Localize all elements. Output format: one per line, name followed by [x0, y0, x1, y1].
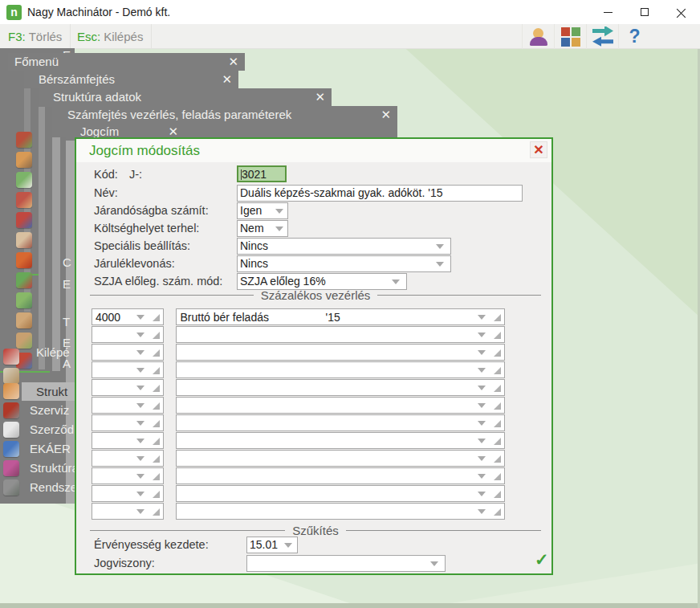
jarulek-select[interactable]: Nincs [237, 255, 451, 272]
percent-name-combo[interactable] [176, 432, 505, 449]
app-icon[interactable] [16, 152, 32, 168]
dropdown-icon[interactable] [284, 543, 292, 548]
percent-name-combo[interactable] [176, 485, 505, 502]
corner-handle-icon[interactable] [153, 508, 160, 516]
app-icon[interactable] [16, 312, 32, 328]
dropdown-icon[interactable] [478, 421, 486, 426]
percent-code-combo[interactable] [92, 503, 164, 520]
menu-item-kilepes[interactable]: Kilépé [36, 345, 75, 359]
percent-code-combo[interactable] [92, 344, 164, 361]
menu-item[interactable]: EKÁER [0, 440, 75, 459]
dropdown-icon[interactable] [392, 280, 400, 284]
ervenyesseg-select[interactable]: 15.01 [246, 537, 298, 553]
percent-name-combo[interactable] [176, 503, 505, 520]
app-icon[interactable] [16, 212, 32, 228]
corner-handle-icon[interactable] [153, 314, 160, 321]
corner-handle-icon[interactable] [153, 473, 160, 480]
percent-code-combo[interactable]: 4000 [92, 308, 164, 325]
corner-handle-icon[interactable] [153, 491, 160, 498]
exit-icon[interactable] [3, 349, 19, 365]
corner-handle-icon[interactable] [153, 367, 160, 374]
percent-name-combo[interactable] [176, 344, 505, 361]
dropdown-icon[interactable] [478, 509, 486, 514]
corner-handle-icon[interactable] [153, 402, 160, 410]
corner-handle-icon[interactable] [494, 420, 501, 427]
percent-name-combo[interactable] [176, 361, 505, 378]
corner-handle-icon[interactable] [494, 508, 501, 516]
dropdown-icon[interactable] [136, 474, 144, 479]
menu-item[interactable]: Struktúra [0, 459, 75, 479]
percent-name-combo[interactable]: Bruttó bér feladás '15 [176, 308, 505, 325]
app-icon[interactable] [16, 252, 32, 268]
corner-handle-icon[interactable] [153, 332, 160, 339]
corner-handle-icon[interactable] [494, 402, 501, 410]
dropdown-icon[interactable] [136, 509, 144, 514]
corner-handle-icon[interactable] [494, 367, 501, 374]
percent-code-combo[interactable] [92, 397, 164, 414]
dialog-close-button[interactable]: ✕ [530, 141, 547, 158]
dropdown-icon[interactable] [430, 561, 438, 566]
app-icon[interactable] [16, 132, 32, 148]
dropdown-icon[interactable] [478, 403, 486, 408]
dropdown-icon[interactable] [436, 244, 444, 249]
app-icon[interactable] [16, 333, 32, 349]
close-icon[interactable]: ✕ [222, 72, 232, 87]
window-struktura-adatok[interactable]: Struktúra adatok ✕ [39, 88, 332, 107]
corner-handle-icon[interactable] [494, 473, 501, 480]
app-icon[interactable] [16, 292, 32, 308]
dropdown-icon[interactable] [478, 333, 486, 337]
percent-code-combo[interactable] [92, 414, 164, 431]
dropdown-icon[interactable] [478, 492, 486, 496]
app-icon[interactable] [16, 192, 32, 208]
f3-delete-shortcut[interactable]: F3: Törlés [0, 24, 71, 49]
mail-icon[interactable] [3, 368, 19, 384]
dropdown-icon[interactable] [275, 209, 283, 214]
confirm-button[interactable]: ✓ [535, 550, 549, 569]
close-button[interactable] [663, 0, 700, 24]
dropdown-icon[interactable] [136, 403, 144, 408]
corner-handle-icon[interactable] [153, 455, 160, 463]
percent-code-combo[interactable] [92, 326, 164, 343]
percent-code-combo[interactable] [92, 361, 164, 378]
corner-handle-icon[interactable] [494, 455, 501, 463]
corner-handle-icon[interactable] [153, 349, 160, 357]
close-icon[interactable]: ✕ [315, 90, 325, 104]
dropdown-icon[interactable] [136, 492, 144, 496]
percent-code-combo[interactable] [92, 450, 164, 467]
corner-handle-icon[interactable] [494, 491, 501, 498]
dropdown-icon[interactable] [436, 262, 444, 267]
window-berszamfejtes[interactable]: Bérszámfejtés ✕ [24, 71, 238, 88]
dropdown-icon[interactable] [478, 456, 486, 461]
percent-name-combo[interactable] [176, 467, 505, 484]
dropdown-icon[interactable] [136, 350, 144, 355]
dropdown-icon[interactable] [275, 226, 283, 231]
dropdown-icon[interactable] [478, 315, 486, 320]
dropdown-icon[interactable] [478, 474, 486, 479]
specialis-select[interactable]: Nincs [237, 238, 451, 255]
kod-input[interactable]: 3021 [237, 165, 287, 182]
menu-item[interactable]: Szerződ [0, 421, 75, 440]
dropdown-icon[interactable] [136, 421, 144, 426]
corner-handle-icon[interactable] [494, 332, 501, 339]
close-icon[interactable]: ✕ [228, 55, 238, 69]
menu-item[interactable]: Rendsze [0, 479, 75, 498]
percent-name-combo[interactable] [176, 397, 505, 414]
user-button[interactable] [522, 24, 554, 49]
dropdown-icon[interactable] [136, 386, 144, 390]
jarandosagba-select[interactable]: Igen [237, 202, 288, 219]
dropdown-icon[interactable] [478, 386, 486, 390]
corner-handle-icon[interactable] [494, 385, 501, 392]
app-icon[interactable] [16, 272, 32, 288]
corner-handle-icon[interactable] [494, 314, 501, 321]
app-icon[interactable] [16, 172, 32, 188]
percent-code-combo[interactable] [92, 467, 164, 484]
dropdown-icon[interactable] [478, 368, 486, 373]
dropdown-icon[interactable] [136, 368, 144, 373]
corner-handle-icon[interactable] [153, 438, 160, 445]
percent-name-combo[interactable] [176, 326, 505, 343]
dropdown-icon[interactable] [136, 439, 144, 443]
close-icon[interactable]: ✕ [381, 108, 391, 122]
nev-input[interactable]: Duális képzés-szakmai gyak. adóköt. '15 [237, 185, 523, 202]
percent-name-combo[interactable] [176, 450, 505, 467]
modules-button[interactable] [554, 24, 586, 49]
